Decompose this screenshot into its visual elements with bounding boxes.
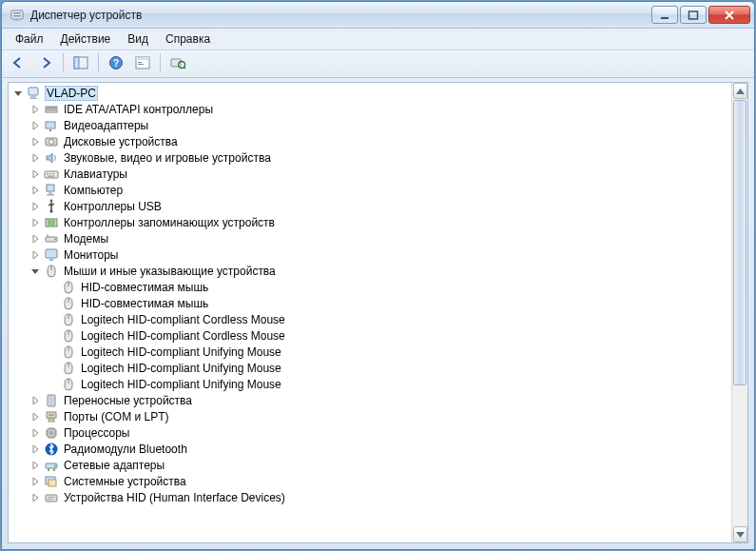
device-category[interactable]: Мониторы bbox=[29, 246, 731, 263]
svg-rect-7 bbox=[74, 57, 79, 69]
category-label[interactable]: Компьютер bbox=[62, 184, 125, 197]
device-item[interactable]: HID-совместимая мышь bbox=[47, 279, 731, 295]
device-category[interactable]: Контроллеры USB bbox=[29, 198, 731, 214]
device-label[interactable]: HID-совместимая мышь bbox=[79, 281, 210, 294]
device-category[interactable]: Компьютер bbox=[29, 182, 731, 198]
scroll-thumb[interactable] bbox=[733, 100, 746, 385]
device-item[interactable]: Logitech HID-compliant Unifying Mouse bbox=[47, 360, 731, 376]
svg-rect-39 bbox=[49, 259, 53, 261]
mouse-icon bbox=[61, 344, 76, 360]
close-button[interactable] bbox=[708, 6, 750, 24]
category-label[interactable]: Мониторы bbox=[62, 248, 120, 262]
category-label[interactable]: Устройства HID (Human Interface Devices) bbox=[62, 491, 287, 504]
device-category[interactable]: Мыши и иные указывающие устройства bbox=[29, 263, 731, 279]
back-button[interactable] bbox=[8, 52, 30, 73]
expander-icon[interactable] bbox=[29, 185, 41, 196]
category-label[interactable]: Звуковые, видео и игровые устройства bbox=[62, 151, 273, 165]
svg-rect-56 bbox=[48, 480, 56, 486]
device-item[interactable]: HID-совместимая мышь bbox=[47, 295, 731, 311]
expander-icon[interactable] bbox=[29, 492, 41, 503]
category-label[interactable]: Модемы bbox=[62, 232, 110, 246]
svg-rect-49 bbox=[49, 431, 53, 435]
show-hide-tree-button[interactable] bbox=[69, 52, 92, 73]
device-category[interactable]: Видеоадаптеры bbox=[29, 117, 731, 133]
help-button[interactable]: ? bbox=[105, 52, 127, 73]
device-item[interactable]: Logitech HID-compliant Cordless Mouse bbox=[47, 327, 731, 344]
expander-icon[interactable] bbox=[29, 249, 41, 261]
menu-view[interactable]: Вид bbox=[120, 30, 156, 48]
tree-root-node[interactable]: VLAD-PC bbox=[12, 85, 731, 101]
minimize-button[interactable] bbox=[651, 6, 678, 24]
expander-icon[interactable] bbox=[29, 427, 41, 439]
device-label[interactable]: Logitech HID-compliant Cordless Mouse bbox=[79, 313, 287, 326]
category-label[interactable]: Дисковые устройства bbox=[62, 135, 180, 148]
expander-icon[interactable] bbox=[29, 217, 41, 228]
toolbar-separator bbox=[63, 53, 64, 72]
device-tree[interactable]: VLAD-PC IDE ATA/ATAPI контроллеры Видеоа… bbox=[9, 83, 731, 542]
expander-icon[interactable] bbox=[29, 152, 41, 164]
device-item[interactable]: Logitech HID-compliant Unifying Mouse bbox=[47, 344, 731, 360]
device-category[interactable]: Дисковые устройства bbox=[29, 133, 731, 149]
device-item[interactable]: Logitech HID-compliant Cordless Mouse bbox=[47, 311, 731, 327]
expander-icon[interactable] bbox=[29, 104, 41, 115]
vertical-scrollbar[interactable] bbox=[731, 83, 747, 542]
expander-icon[interactable] bbox=[29, 168, 41, 180]
expander-icon[interactable] bbox=[12, 88, 24, 99]
expander-icon[interactable] bbox=[29, 120, 41, 131]
device-category[interactable]: Контроллеры запоминающих устройств bbox=[29, 214, 731, 230]
category-label[interactable]: Процессоры bbox=[62, 426, 132, 440]
device-category[interactable]: Сетевые адаптеры bbox=[29, 457, 731, 473]
category-label[interactable]: Контроллеры USB bbox=[62, 200, 164, 213]
category-label[interactable]: Переносные устройства bbox=[62, 394, 194, 407]
category-label[interactable]: Контроллеры запоминающих устройств bbox=[62, 216, 277, 229]
root-label[interactable]: VLAD-PC bbox=[45, 86, 98, 101]
device-category[interactable]: Радиомодули Bluetooth bbox=[29, 441, 731, 457]
device-label[interactable]: Logitech HID-compliant Unifying Mouse bbox=[79, 378, 283, 391]
category-label[interactable]: Системные устройства bbox=[62, 475, 188, 488]
svg-rect-20 bbox=[47, 108, 56, 108]
category-label[interactable]: Клавиатуры bbox=[62, 167, 129, 181]
category-label[interactable]: Радиомодули Bluetooth bbox=[62, 443, 189, 456]
expander-icon[interactable] bbox=[29, 233, 41, 245]
expander-icon[interactable] bbox=[29, 476, 41, 487]
device-category[interactable]: Устройства HID (Human Interface Devices) bbox=[29, 489, 731, 505]
device-category[interactable]: Порты (COM и LPT) bbox=[29, 408, 731, 424]
device-category[interactable]: Клавиатуры bbox=[29, 166, 731, 182]
svg-rect-31 bbox=[47, 185, 54, 191]
menu-action[interactable]: Действие bbox=[53, 30, 119, 48]
category-label[interactable]: Видеоадаптеры bbox=[62, 119, 150, 132]
device-category[interactable]: Модемы bbox=[29, 230, 731, 246]
expander-icon[interactable] bbox=[29, 136, 41, 148]
scroll-down-button[interactable] bbox=[733, 526, 747, 542]
menu-file[interactable]: Файл bbox=[8, 30, 51, 48]
category-label[interactable]: Мыши и иные указывающие устройства bbox=[62, 265, 278, 278]
category-label[interactable]: IDE ATA/ATAPI контроллеры bbox=[62, 103, 215, 116]
titlebar[interactable]: Диспетчер устройств bbox=[2, 2, 754, 29]
expander-icon[interactable] bbox=[29, 395, 41, 406]
properties-button[interactable] bbox=[131, 52, 154, 73]
device-label[interactable]: Logitech HID-compliant Cordless Mouse bbox=[79, 329, 287, 343]
device-category[interactable]: Системные устройства bbox=[29, 473, 731, 489]
forward-button[interactable] bbox=[34, 52, 57, 73]
device-label[interactable]: Logitech HID-compliant Unifying Mouse bbox=[79, 345, 283, 359]
device-label[interactable]: Logitech HID-compliant Unifying Mouse bbox=[79, 362, 283, 375]
svg-rect-0 bbox=[11, 10, 23, 19]
device-category[interactable]: IDE ATA/ATAPI контроллеры bbox=[29, 101, 731, 117]
device-label[interactable]: HID-совместимая мышь bbox=[79, 297, 210, 310]
category-label[interactable]: Сетевые адаптеры bbox=[62, 459, 166, 472]
device-category[interactable]: Звуковые, видео и игровые устройства bbox=[29, 149, 731, 166]
device-item[interactable]: Logitech HID-compliant Unifying Mouse bbox=[47, 376, 731, 392]
device-category[interactable]: Переносные устройства bbox=[29, 392, 731, 408]
expander-icon[interactable] bbox=[29, 460, 41, 471]
scroll-up-button[interactable] bbox=[733, 83, 747, 99]
scan-hardware-button[interactable] bbox=[166, 52, 189, 73]
mouse-icon bbox=[61, 280, 76, 295]
device-category[interactable]: Процессоры bbox=[29, 424, 731, 441]
expander-icon[interactable] bbox=[29, 266, 41, 277]
expander-icon[interactable] bbox=[29, 443, 41, 455]
menu-help[interactable]: Справка bbox=[158, 30, 218, 48]
category-label[interactable]: Порты (COM и LPT) bbox=[62, 410, 171, 423]
maximize-button[interactable] bbox=[680, 6, 707, 24]
expander-icon[interactable] bbox=[29, 411, 41, 423]
expander-icon[interactable] bbox=[29, 201, 41, 212]
